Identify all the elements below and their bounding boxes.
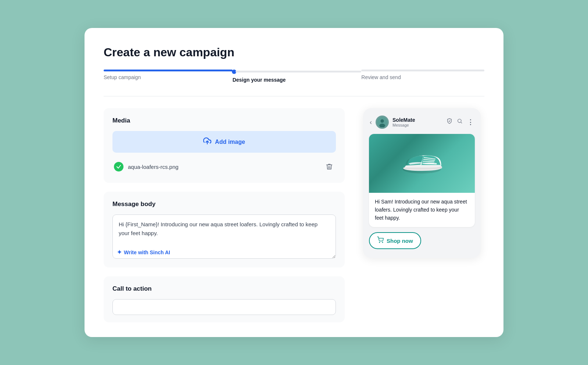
shop-now-button[interactable]: Shop now [369, 232, 421, 249]
shop-now-label: Shop now [387, 238, 413, 244]
more-icon[interactable]: ⋮ [467, 118, 474, 126]
left-col: Media Add image [104, 108, 345, 322]
progress-step-2: Design your message [233, 70, 362, 83]
file-check-icon [114, 162, 123, 171]
textarea-wrapper: Hi {First_Name}! Introducing our new aqu… [112, 215, 336, 260]
cta-section: Call to action [104, 276, 345, 322]
add-image-label: Add image [215, 139, 245, 145]
progress-step-3: Review and send [361, 70, 484, 80]
file-row: aqua-loafers-rcs.png [112, 158, 336, 176]
ai-sparkle-icon: ✦ [117, 249, 122, 256]
right-col: ‹ SoleMate Message [359, 108, 484, 258]
step-label-2: Design your message [233, 77, 286, 83]
progress-step-1: Setup campaign [104, 70, 233, 80]
progress-bar-empty-3 [361, 70, 484, 71]
main-card: Create a new campaign Setup campaign Des… [85, 28, 503, 337]
ai-write-button[interactable]: ✦ Write with Sinch AI [117, 249, 170, 256]
message-body-title: Message body [112, 201, 336, 208]
content-row: Media Add image [104, 108, 484, 322]
svg-line-5 [461, 122, 462, 123]
sender-sub: Message [392, 123, 443, 127]
phone-header-icons: ⋮ [447, 118, 474, 126]
step-label-3: Review and send [361, 74, 401, 80]
media-title: Media [112, 117, 336, 124]
add-image-button[interactable]: Add image [112, 131, 336, 153]
file-name: aqua-loafers-rcs.png [128, 164, 320, 170]
shoe-image [369, 134, 475, 193]
progress-section: Setup campaign Design your message Revie… [104, 70, 484, 83]
sender-info: SoleMate Message [392, 117, 443, 127]
svg-point-11 [379, 242, 380, 243]
cta-input[interactable] [112, 299, 336, 315]
svg-point-4 [458, 119, 461, 123]
message-body-section: Message body Hi {First_Name}! Introducin… [104, 192, 345, 267]
message-bubble: Hi Sam! Introducing our new aqua street … [369, 134, 475, 227]
step-label-1: Setup campaign [104, 74, 141, 80]
shield-icon [447, 118, 452, 126]
sender-name: SoleMate [392, 117, 443, 123]
phone-header: ‹ SoleMate Message [369, 116, 475, 129]
media-section: Media Add image [104, 108, 345, 183]
divider [104, 96, 484, 97]
cta-title: Call to action [112, 285, 336, 293]
progress-bar-empty-2 [236, 71, 362, 72]
progress-bar-fill-1 [104, 70, 233, 71]
upload-icon [203, 137, 211, 147]
svg-line-10 [423, 163, 434, 164]
search-icon[interactable] [457, 118, 463, 126]
cart-icon [377, 237, 384, 245]
back-arrow-icon[interactable]: ‹ [370, 118, 372, 126]
ai-write-label: Write with Sinch AI [124, 249, 170, 255]
delete-file-button[interactable] [324, 162, 334, 172]
svg-point-12 [382, 242, 383, 243]
phone-preview: ‹ SoleMate Message [363, 108, 481, 258]
preview-message-text: Hi Sam! Introducing our new aqua street … [369, 193, 475, 227]
page-title: Create a new campaign [104, 46, 484, 59]
avatar [376, 116, 389, 129]
svg-point-2 [380, 119, 384, 123]
